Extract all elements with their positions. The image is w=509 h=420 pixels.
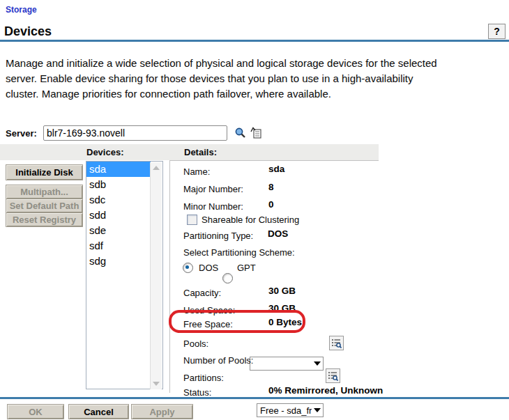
capacity-label: Capacity: <box>183 288 221 298</box>
list-item-sdc[interactable]: sdc <box>86 192 151 208</box>
reset-registry-button[interactable]: Reset Registry <box>6 212 83 227</box>
shareable-label: Shareable for Clustering <box>202 215 299 225</box>
list-item-sdb[interactable]: sdb <box>86 177 151 192</box>
partitions-dropdown-value: Free - sda_fr <box>260 405 312 416</box>
cancel-button[interactable]: Cancel <box>68 404 129 419</box>
pool-details-button[interactable] <box>329 336 344 350</box>
major-number-value: 8 <box>268 182 274 192</box>
minor-number-value: 0 <box>268 199 274 210</box>
cancel-label: Cancel <box>84 407 114 417</box>
server-input[interactable] <box>43 125 227 141</box>
partitioning-type-label: Partitioning Type: <box>183 231 253 241</box>
pools-label: Pools: <box>183 339 208 349</box>
ok-label: OK <box>29 407 43 417</box>
list-scrollbar[interactable] <box>150 162 162 389</box>
page-description: Manage and initialize a wide selection o… <box>6 56 441 102</box>
number-of-pools-label: Number of Pools: <box>183 355 253 366</box>
question-mark-icon: ? <box>494 26 500 37</box>
radio-gpt-label: GPT <box>237 263 256 273</box>
list-item-sdg[interactable]: sdg <box>86 254 151 269</box>
chevron-down-icon <box>314 408 321 412</box>
details-top-border <box>169 160 379 161</box>
initialize-disk-label: Initialize Disk <box>15 167 73 178</box>
list-magnifier-icon <box>331 338 342 348</box>
radio-dos[interactable] <box>183 263 193 273</box>
set-default-path-button[interactable]: Set Default Path <box>6 199 83 213</box>
partitions-label: Partitions: <box>183 373 224 383</box>
devices-column-header: Devices: <box>86 147 123 157</box>
partitions-dropdown[interactable]: Free - sda_fr <box>257 403 324 417</box>
scheme-label: Select Partitioning Scheme: <box>183 247 295 258</box>
list-item-sdd[interactable]: sdd <box>86 208 151 223</box>
title-divider <box>0 40 509 42</box>
ok-button[interactable]: OK <box>7 404 64 419</box>
radio-dos-label: DOS <box>199 263 218 273</box>
page-title: Devices <box>4 24 52 39</box>
annotation-red-oval <box>169 310 305 333</box>
partitioning-type-value: DOS <box>268 228 288 239</box>
breadcrumb-storage-link[interactable]: Storage <box>6 5 37 15</box>
list-magnifier-icon <box>328 371 338 381</box>
list-item-sda[interactable]: sda <box>86 162 151 177</box>
radio-gpt[interactable] <box>222 273 233 283</box>
list-item-sdf[interactable]: sdf <box>86 238 151 254</box>
details-column-header: Details: <box>184 147 217 157</box>
footer-divider <box>0 397 509 399</box>
help-button[interactable]: ? <box>488 24 506 39</box>
status-label: Status: <box>183 387 211 398</box>
chevron-down-icon <box>314 361 321 366</box>
scroll-down-icon[interactable] <box>153 382 160 386</box>
pools-dropdown[interactable] <box>250 357 324 371</box>
set-default-path-label: Set Default Path <box>10 201 79 211</box>
apply-button[interactable]: Apply <box>131 404 193 419</box>
reset-registry-label: Reset Registry <box>13 215 76 225</box>
multipath-label: Multipath... <box>20 187 68 197</box>
object-selector-button[interactable] <box>234 126 247 139</box>
minor-number-label: Minor Number: <box>183 201 243 212</box>
major-number-label: Major Number: <box>183 184 243 194</box>
object-history-button[interactable] <box>250 126 263 139</box>
device-listbox[interactable]: sda sdb sdc sdd sde sdf sdg <box>86 161 163 389</box>
name-value: sda <box>268 164 284 174</box>
apply-label: Apply <box>149 407 174 417</box>
multipath-button[interactable]: Multipath... <box>6 185 83 199</box>
server-label: Server: <box>6 128 37 139</box>
initialize-disk-button[interactable]: Initialize Disk <box>6 164 83 180</box>
list-item-sde[interactable]: sde <box>86 223 151 238</box>
status-value: 0% Remirrored, Unknown <box>268 385 383 396</box>
name-label: Name: <box>183 166 210 177</box>
scroll-up-icon[interactable] <box>153 166 160 170</box>
shareable-checkbox[interactable] <box>187 215 197 225</box>
capacity-value: 30 GB <box>268 286 296 296</box>
details-left-border <box>169 160 170 393</box>
object-history-icon <box>250 127 262 139</box>
search-icon <box>234 127 246 139</box>
partition-details-button[interactable] <box>326 368 340 383</box>
